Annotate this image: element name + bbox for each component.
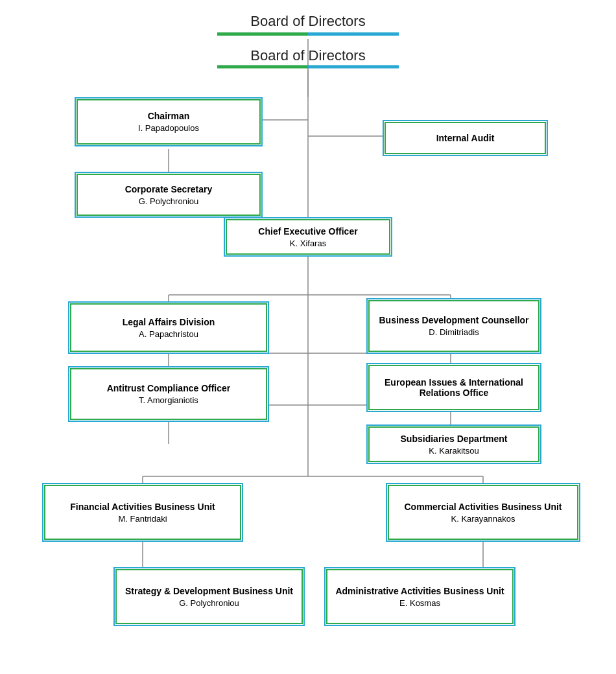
strategy-title: Strategy & Development Business Unit [123,586,296,596]
legal-title: Legal Affairs Division [77,317,260,327]
admin-box: Administrative Activities Business Unit … [324,567,515,626]
subsidiaries-title: Subsidiaries Department [375,434,532,444]
strategy-subtitle: G. Polychroniou [123,598,296,608]
org-chart-svg: Chairman I. Papadopoulos Internal Audit … [10,36,606,671]
commercial-subtitle: K. Karayannakos [395,514,571,524]
strategy-box: Strategy & Development Business Unit G. … [113,567,305,626]
chairman-box: Chairman I. Papadopoulos [75,97,263,146]
antitrust-subtitle: T. Amorgianiotis [77,395,260,405]
commercial-box: Commercial Activities Business Unit K. K… [386,483,580,542]
biz-dev-subtitle: D. Dimitriadis [375,327,532,337]
biz-dev-title: Business Development Counsellor [375,315,532,325]
commercial-title: Commercial Activities Business Unit [395,502,571,512]
ceo-subtitle: K. Xifaras [233,238,383,248]
subsidiaries-subtitle: K. Karakitsou [375,446,532,456]
chairman-title: Chairman [84,111,254,121]
european-title: European Issues & International Relation… [375,377,532,398]
chairman-subtitle: I. Papadopoulos [84,123,254,133]
board-title: Board of Directors [250,13,365,30]
org-chart: Board of Directors [0,0,616,674]
corp-secretary-box: Corporate Secretary G. Polychroniou [75,172,263,218]
legal-subtitle: A. Papachristou [77,329,260,339]
admin-subtitle: E. Kosmas [333,598,506,608]
biz-dev-box: Business Development Counsellor D. Dimit… [366,298,541,354]
board-title-svg: Board of Directors [250,47,365,64]
ceo-box: Chief Executive Officer K. Xifaras [224,217,392,257]
legal-box: Legal Affairs Division A. Papachristou [68,301,269,354]
antitrust-title: Antitrust Compliance Officer [77,383,260,393]
corp-secretary-title: Corporate Secretary [84,184,254,194]
financial-box: Financial Activities Business Unit M. Fa… [42,483,243,542]
financial-title: Financial Activities Business Unit [51,502,234,512]
internal-audit-title: Internal Audit [392,133,539,143]
corp-secretary-subtitle: G. Polychroniou [84,196,254,206]
antitrust-box: Antitrust Compliance Officer T. Amorgian… [68,366,269,422]
financial-subtitle: M. Fantridaki [51,514,234,524]
subsidiaries-box: Subsidiaries Department K. Karakitsou [366,424,541,464]
admin-title: Administrative Activities Business Unit [333,586,506,596]
internal-audit-box: Internal Audit [383,120,548,156]
ceo-title: Chief Executive Officer [233,226,383,237]
european-box: European Issues & International Relation… [366,363,541,412]
